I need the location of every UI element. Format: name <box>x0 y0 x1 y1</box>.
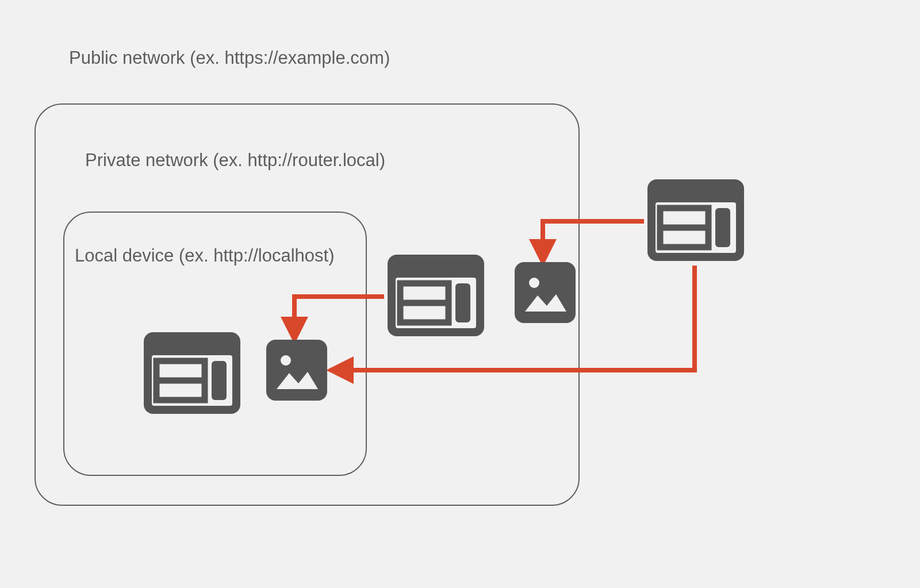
private-image-icon <box>515 262 576 325</box>
arrow-public-to-private-image <box>543 221 644 258</box>
svg-rect-17 <box>266 340 327 401</box>
svg-rect-15 <box>515 262 576 323</box>
private-browser-icon <box>388 255 484 339</box>
svg-rect-9 <box>455 283 470 322</box>
local-image-icon <box>266 340 327 403</box>
diagram-canvas: Public network (ex. https://example.com)… <box>34 23 885 563</box>
local-browser-icon <box>144 332 240 416</box>
arrow-private-to-local-image <box>294 297 384 335</box>
svg-rect-14 <box>212 361 227 400</box>
svg-point-16 <box>529 278 539 288</box>
svg-rect-4 <box>715 208 730 247</box>
svg-point-18 <box>281 355 291 366</box>
public-browser-icon <box>647 179 744 263</box>
